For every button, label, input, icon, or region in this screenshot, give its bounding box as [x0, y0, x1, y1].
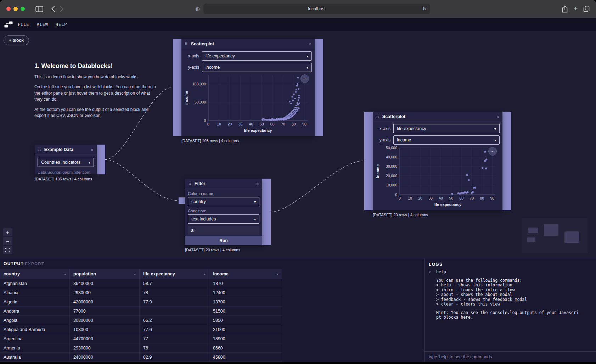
x-axis-select-value: life expectancy [206, 54, 235, 58]
input-handle[interactable] [173, 39, 181, 136]
edge-filter-to-scatterplot2 [271, 161, 363, 212]
scatterplot-node-2[interactable]: ⠿ Scatterplot × x-axis life expectancy ▾… [364, 112, 511, 210]
drag-handle-icon[interactable]: ⠿ [38, 147, 41, 152]
logs-input-bar [424, 351, 596, 362]
flow-canvas[interactable]: + block 1. Welcome to Datablocks! This i… [0, 31, 596, 258]
table-row[interactable]: Antigua and Barbuda10300077.621000 [0, 325, 282, 334]
menu-view[interactable]: VIEW [37, 22, 49, 27]
table-cell: 2930000 [70, 343, 140, 352]
svg-text:30: 30 [238, 122, 242, 126]
example-data-node[interactable]: ⠿ Example Data × Countries Indicators ▾ … [35, 145, 105, 174]
condition-select[interactable]: text includes ▾ [188, 214, 259, 224]
column-header-population[interactable]: population ▴ [70, 269, 140, 279]
svg-text:10,000: 10,000 [386, 183, 397, 187]
input-handle[interactable] [179, 197, 185, 204]
reload-icon[interactable]: ↻ [422, 6, 427, 12]
table-row[interactable]: Albania29300007812400 [0, 288, 282, 297]
address-bar[interactable]: localhost ↻ [203, 4, 430, 14]
close-icon[interactable]: × [90, 147, 94, 152]
close-window-button[interactable] [6, 7, 11, 11]
edge-example-to-filter [105, 159, 178, 201]
svg-text:40: 40 [439, 196, 443, 200]
node-header[interactable]: ⠿ Example Data × [35, 145, 97, 155]
drag-handle-icon[interactable]: ⠿ [376, 114, 379, 119]
chevron-down-icon: ▾ [307, 54, 308, 58]
log-command: help [436, 270, 446, 275]
y-axis-select[interactable]: income ▾ [393, 135, 500, 145]
zoom-out-button[interactable]: − [3, 237, 12, 245]
table-cell [140, 307, 209, 315]
run-button[interactable]: Run [185, 236, 262, 245]
close-icon[interactable]: × [256, 181, 259, 186]
new-tab-button[interactable]: + [574, 5, 578, 13]
output-handle[interactable] [502, 112, 511, 210]
x-axis-select[interactable]: life expectancy ▾ [202, 51, 312, 61]
close-icon[interactable]: × [496, 114, 499, 119]
input-handle[interactable] [364, 112, 373, 210]
menu-file[interactable]: FILE [18, 22, 29, 27]
node-title: Filter [195, 181, 206, 186]
table-cell: 77.6 [140, 325, 209, 334]
chart-menu-button[interactable]: ⋯ [488, 147, 497, 156]
svg-text:70: 70 [470, 196, 474, 200]
node-header[interactable]: ⠿ Filter × [185, 179, 262, 189]
tab-output[interactable]: OUTPUT [4, 261, 24, 266]
drag-handle-icon[interactable]: ⠿ [185, 42, 188, 46]
add-block-button[interactable]: + block [4, 35, 29, 45]
share-button[interactable] [562, 5, 568, 13]
zoom-window-button[interactable] [21, 7, 25, 11]
table-cell: 2930000 [70, 288, 140, 297]
minimap-node-rect [528, 228, 538, 233]
table-row[interactable]: Argentina447000007718900 [0, 334, 282, 343]
table-cell: Algeria [0, 297, 70, 306]
output-handle[interactable] [315, 39, 323, 136]
tab-overview-button[interactable] [583, 6, 590, 12]
table-row[interactable]: Angola3080000065.25850 [0, 316, 282, 325]
chart-menu-button[interactable]: ⋯ [300, 74, 309, 83]
column-header-income[interactable]: income ▴ [209, 269, 282, 279]
scatterplot-node-1[interactable]: ⠿ Scatterplot × x-axis life expectancy ▾… [173, 39, 323, 136]
welcome-text: 1. Welcome to Datablocks! This is a demo… [34, 62, 158, 123]
welcome-paragraph: On the left side you have a list with bl… [34, 84, 158, 102]
svg-text:20,000: 20,000 [386, 174, 397, 178]
table-row[interactable]: Afghanistan3640000058.71870 [0, 279, 282, 288]
node-header[interactable]: ⠿ Scatterplot × [373, 112, 502, 122]
sidebar-toggle-button[interactable] [35, 6, 43, 12]
column-header-life-expectancy[interactable]: life expectancy ▴ [140, 269, 209, 279]
minimap[interactable] [522, 218, 587, 253]
close-icon[interactable]: × [308, 41, 311, 47]
svg-text:income: income [376, 164, 380, 178]
table-row[interactable]: Algeria4200000077.913700 [0, 297, 282, 307]
log-line: You can use the following commands: [436, 278, 592, 283]
back-button[interactable] [51, 6, 55, 12]
svg-text:50,000: 50,000 [195, 100, 206, 104]
table-row[interactable]: Australia2480000082.945800 [0, 353, 282, 362]
minimize-window-button[interactable] [13, 7, 18, 11]
x-axis-select[interactable]: life expectancy ▾ [393, 124, 500, 133]
table-cell: 77 [140, 334, 209, 343]
column-select[interactable]: country ▾ [188, 197, 259, 206]
filter-query-input[interactable] [188, 226, 259, 235]
y-axis-select[interactable]: income ▾ [202, 63, 312, 72]
node-header[interactable]: ⠿ Scatterplot × [181, 39, 315, 49]
tab-export[interactable]: EXPORT [25, 262, 44, 266]
logs-command-input[interactable] [424, 352, 596, 362]
zoom-in-button[interactable]: + [3, 228, 12, 236]
table-cell: Antigua and Barbuda [0, 325, 70, 334]
privacy-shield-icon[interactable]: ◐ [195, 6, 200, 12]
dataset-select[interactable]: Countries Indicators ▾ [38, 158, 94, 167]
forward-button[interactable] [60, 6, 64, 12]
datablocks-logo[interactable] [4, 21, 13, 28]
chevron-down-icon: ▾ [307, 66, 308, 69]
svg-text:10: 10 [217, 122, 221, 126]
menu-help[interactable]: HELP [56, 22, 67, 27]
table-row[interactable]: Andorra7700051500 [0, 307, 282, 316]
column-header-country[interactable]: country ▴ [0, 269, 70, 279]
fit-view-button[interactable] [3, 246, 12, 254]
filter-node[interactable]: ⠿ Filter × Column name: country ▾ Condit… [185, 179, 271, 245]
table-row[interactable]: Armenia2930000768660 [0, 343, 282, 353]
output-handle[interactable] [262, 179, 271, 245]
drag-handle-icon[interactable]: ⠿ [188, 181, 191, 186]
svg-text:20: 20 [418, 196, 422, 200]
output-handle[interactable] [97, 145, 105, 174]
